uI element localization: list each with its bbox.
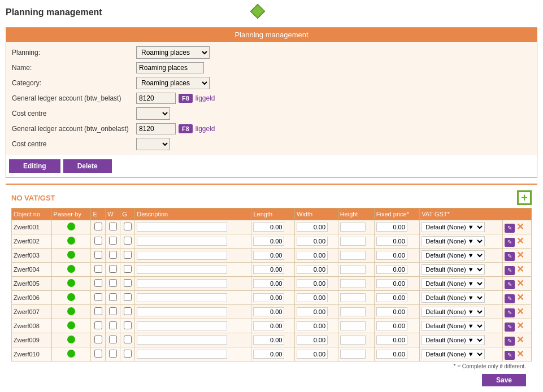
planning-select[interactable]: Roaming places <box>136 46 210 59</box>
width-input[interactable] <box>297 336 328 345</box>
fixed-price-input[interactable] <box>376 336 407 345</box>
length-input[interactable] <box>253 336 284 345</box>
width-input[interactable] <box>297 237 328 246</box>
checkbox-g[interactable] <box>124 293 132 301</box>
edit-icon[interactable]: ✎ <box>505 323 515 332</box>
checkbox-g[interactable] <box>124 237 132 245</box>
edit-icon[interactable]: ✎ <box>505 266 515 275</box>
delete-row-icon[interactable]: ✕ <box>516 278 524 288</box>
height-input[interactable] <box>340 237 366 246</box>
vat-gst-select[interactable]: Default (None) ▼ Default (None) <box>422 264 485 275</box>
description-input[interactable] <box>137 265 227 274</box>
f8-onbelast-button[interactable]: F8 <box>179 124 193 133</box>
delete-row-icon[interactable]: ✕ <box>516 335 524 345</box>
checkbox-g[interactable] <box>124 223 132 230</box>
delete-row-icon[interactable]: ✕ <box>516 307 524 316</box>
height-input[interactable] <box>340 251 366 260</box>
vat-gst-select[interactable]: Default (None) ▼ Default (None) <box>422 307 485 317</box>
length-input[interactable] <box>253 265 284 274</box>
description-input[interactable] <box>137 293 227 302</box>
checkbox-e[interactable] <box>94 321 102 329</box>
width-input[interactable] <box>297 251 328 260</box>
edit-icon[interactable]: ✎ <box>505 238 515 247</box>
width-input[interactable] <box>297 293 328 302</box>
delete-row-icon[interactable]: ✕ <box>516 321 524 330</box>
length-input[interactable] <box>253 237 284 246</box>
checkbox-w[interactable] <box>109 307 117 315</box>
length-input[interactable] <box>253 279 284 288</box>
description-input[interactable] <box>137 223 227 232</box>
checkbox-w[interactable] <box>109 251 117 259</box>
description-input[interactable] <box>137 307 227 316</box>
add-row-button[interactable]: + <box>517 190 532 205</box>
checkbox-e[interactable] <box>94 336 102 343</box>
width-input[interactable] <box>297 321 328 330</box>
checkbox-g[interactable] <box>124 307 132 315</box>
length-input[interactable] <box>253 321 284 330</box>
height-input[interactable] <box>340 321 366 330</box>
vat-gst-select[interactable]: Default (None) ▼ Default (None) <box>422 293 485 303</box>
fixed-price-input[interactable] <box>376 237 407 246</box>
checkbox-g[interactable] <box>124 336 132 343</box>
delete-row-icon[interactable]: ✕ <box>516 236 524 246</box>
name-input[interactable] <box>136 62 204 73</box>
editing-button[interactable]: Editing <box>9 159 60 173</box>
description-input[interactable] <box>137 336 227 345</box>
checkbox-w[interactable] <box>109 237 117 245</box>
checkbox-g[interactable] <box>124 251 132 259</box>
width-input[interactable] <box>297 279 328 288</box>
edit-icon[interactable]: ✎ <box>505 252 515 261</box>
vat-gst-select[interactable]: Default (None) ▼ Default (None) <box>422 236 485 246</box>
fixed-price-input[interactable] <box>376 251 407 260</box>
checkbox-w[interactable] <box>109 336 117 343</box>
save-button[interactable]: Save <box>482 374 526 386</box>
edit-icon[interactable]: ✎ <box>505 308 515 317</box>
fixed-price-input[interactable] <box>376 279 407 288</box>
vat-gst-select[interactable]: Default (None) ▼ Default (None) <box>422 250 485 260</box>
checkbox-e[interactable] <box>94 293 102 301</box>
checkbox-e[interactable] <box>94 307 102 315</box>
fixed-price-input[interactable] <box>376 293 407 302</box>
checkbox-w[interactable] <box>109 321 117 329</box>
checkbox-e[interactable] <box>94 237 102 245</box>
edit-icon[interactable]: ✎ <box>505 351 515 360</box>
gl-belast-input[interactable] <box>136 93 176 104</box>
width-input[interactable] <box>297 265 328 274</box>
vat-gst-select[interactable]: Default (None) ▼ Default (None) <box>422 278 485 289</box>
category-select[interactable]: Roaming places <box>136 77 210 89</box>
vat-gst-select[interactable]: Default (None) ▼ Default (None) <box>422 321 485 331</box>
checkbox-e[interactable] <box>94 350 102 358</box>
delete-row-icon[interactable]: ✕ <box>516 349 524 359</box>
checkbox-e[interactable] <box>94 251 102 259</box>
cost-centre1-select[interactable] <box>136 107 170 120</box>
height-input[interactable] <box>340 293 366 302</box>
fixed-price-input[interactable] <box>376 223 407 232</box>
fixed-price-input[interactable] <box>376 307 407 316</box>
edit-icon[interactable]: ✎ <box>505 294 515 303</box>
fixed-price-input[interactable] <box>376 350 407 359</box>
length-input[interactable] <box>253 307 284 316</box>
edit-icon[interactable]: ✎ <box>505 224 515 233</box>
cost-centre2-select[interactable] <box>136 138 170 150</box>
length-input[interactable] <box>253 251 284 260</box>
fixed-price-input[interactable] <box>376 265 407 274</box>
height-input[interactable] <box>340 223 366 232</box>
fixed-price-input[interactable] <box>376 321 407 330</box>
checkbox-e[interactable] <box>94 265 102 273</box>
vat-gst-select[interactable]: Default (None) ▼ Default (None) <box>422 349 485 359</box>
delete-row-icon[interactable]: ✕ <box>516 250 524 260</box>
checkbox-g[interactable] <box>124 321 132 329</box>
vat-gst-select[interactable]: Default (None) ▼ Default (None) <box>422 335 485 345</box>
height-input[interactable] <box>340 279 366 288</box>
description-input[interactable] <box>137 321 227 330</box>
checkbox-e[interactable] <box>94 279 102 287</box>
delete-button[interactable]: Delete <box>63 159 112 173</box>
length-input[interactable] <box>253 293 284 302</box>
length-input[interactable] <box>253 223 284 232</box>
checkbox-g[interactable] <box>124 265 132 273</box>
height-input[interactable] <box>340 307 366 316</box>
checkbox-g[interactable] <box>124 350 132 358</box>
height-input[interactable] <box>340 350 366 359</box>
checkbox-w[interactable] <box>109 293 117 301</box>
checkbox-w[interactable] <box>109 223 117 230</box>
